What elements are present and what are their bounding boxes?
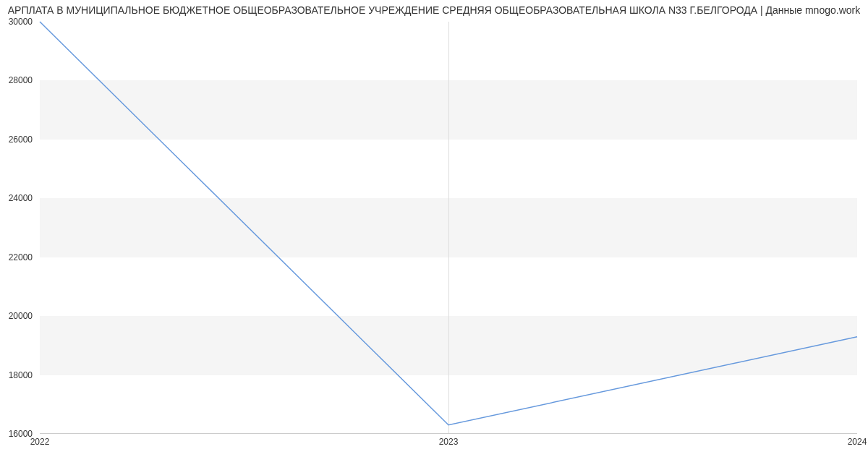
y-tick-label: 22000 xyxy=(0,252,33,262)
y-tick-label: 20000 xyxy=(0,311,33,321)
chart-plot-area: 1600018000200002200024000260002800030000… xyxy=(40,22,857,434)
y-tick-label: 28000 xyxy=(0,75,33,85)
y-tick-label: 26000 xyxy=(0,134,33,145)
y-tick-label: 18000 xyxy=(0,370,33,380)
y-tick-label: 24000 xyxy=(0,193,33,203)
x-tick-label: 2023 xyxy=(439,437,459,447)
chart-title: АРПЛАТА В МУНИЦИПАЛЬНОЕ БЮДЖЕТНОЕ ОБЩЕОБ… xyxy=(0,0,868,19)
y-tick-label: 30000 xyxy=(0,17,33,27)
y-tick-label: 16000 xyxy=(0,429,33,439)
chart-line-series xyxy=(40,22,857,434)
x-tick-label: 2024 xyxy=(848,437,867,447)
x-tick-label: 2022 xyxy=(30,437,50,447)
